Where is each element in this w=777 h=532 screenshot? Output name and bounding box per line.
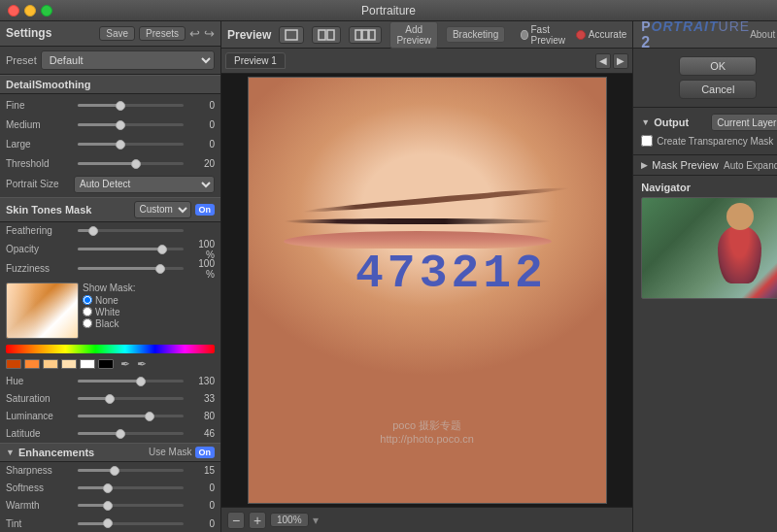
svg-rect-3: [355, 30, 361, 40]
tint-track[interactable]: [78, 522, 184, 525]
create-transparency-row: Create Transparency Mask: [641, 135, 777, 147]
latitude-slider-row: Latitude 46: [0, 425, 220, 443]
fast-preview-radio[interactable]: Fast Preview: [521, 24, 568, 46]
large-track[interactable]: [78, 143, 184, 146]
opacity-slider-row: Opacity 100 %: [0, 240, 220, 259]
navigator-label: Navigator: [641, 182, 777, 193]
mask-preview-triangle[interactable]: ▶: [641, 160, 648, 170]
threshold-track[interactable]: [78, 162, 184, 165]
svg-rect-5: [369, 30, 375, 40]
sharpness-slider-row: Sharpness 15: [0, 462, 220, 480]
warmth-track[interactable]: [78, 504, 184, 507]
portrait-size-label: Portrait Size: [6, 179, 74, 189]
swatch-5[interactable]: [80, 359, 95, 369]
eyedropper-icon[interactable]: ✒: [120, 357, 130, 371]
fine-label: Fine: [6, 100, 74, 111]
undo-icon[interactable]: ↩: [189, 26, 200, 41]
minimize-button[interactable]: [24, 5, 36, 17]
detail-smoothing-section: Fine 0 Medium 0 Large: [0, 94, 220, 197]
enhancements-triangle[interactable]: ▼: [6, 448, 15, 457]
output-label: Output: [654, 116, 707, 128]
portraiture-title: PORTRAITURE 2: [641, 18, 750, 51]
next-btn[interactable]: ▶: [613, 53, 628, 69]
swatch-6[interactable]: [98, 359, 114, 369]
save-button[interactable]: Save: [99, 26, 135, 41]
eyedropper-2-icon[interactable]: ✒: [137, 357, 147, 371]
bracketing-button[interactable]: Bracketing: [446, 26, 505, 43]
warmth-slider-row: Warmth 0: [0, 497, 220, 515]
sharpness-value: 15: [187, 465, 215, 476]
radio-white[interactable]: White: [83, 307, 215, 317]
skin-tones-header: Skin Tones Mask Custom On: [0, 197, 220, 222]
cancel-button[interactable]: Cancel: [679, 80, 757, 99]
maximize-button[interactable]: [41, 5, 52, 17]
saturation-value: 33: [187, 393, 215, 404]
close-button[interactable]: [8, 5, 19, 17]
zoom-in-button[interactable]: +: [249, 512, 266, 529]
softness-track[interactable]: [78, 486, 184, 489]
softness-value: 0: [187, 482, 215, 493]
ok-button[interactable]: OK: [679, 56, 757, 76]
sharpness-track[interactable]: [78, 469, 184, 472]
show-mask-label: Show Mask:: [83, 283, 215, 293]
medium-track[interactable]: [78, 123, 184, 126]
output-layer-select[interactable]: Current Layer: [711, 114, 777, 131]
feathering-track[interactable]: [78, 229, 184, 232]
softness-label: Softness: [6, 482, 74, 493]
radio-black[interactable]: Black: [83, 318, 215, 329]
preset-select[interactable]: Default: [41, 50, 215, 70]
fuzziness-label: Fuzziness: [6, 263, 74, 274]
swatch-4[interactable]: [61, 359, 77, 369]
opacity-label: Opacity: [6, 244, 74, 254]
saturation-track[interactable]: [78, 397, 184, 400]
preset-row: Preset Default: [0, 47, 220, 75]
luminance-track[interactable]: [78, 415, 184, 417]
triple-view-btn[interactable]: [349, 26, 382, 44]
swatch-2[interactable]: [24, 359, 40, 369]
large-value: 0: [187, 139, 215, 150]
create-transparency-checkbox[interactable]: [641, 135, 653, 147]
zoom-dropdown-icon[interactable]: ▾: [313, 514, 319, 527]
feathering-slider-row: Feathering: [0, 222, 220, 240]
single-view-btn[interactable]: [279, 26, 304, 44]
preview-image: 473212 poco 摄影专题 http://photo.poco.cn: [248, 77, 607, 504]
fuzziness-track[interactable]: [78, 267, 184, 270]
output-triangle[interactable]: ▼: [641, 117, 650, 127]
presets-button[interactable]: Presets: [139, 26, 186, 41]
opacity-track[interactable]: [78, 248, 184, 250]
color-gradient[interactable]: [6, 283, 79, 339]
latitude-track[interactable]: [78, 432, 184, 435]
preview-tab-1[interactable]: Preview 1: [225, 52, 286, 69]
zoom-out-button[interactable]: −: [227, 512, 245, 529]
svg-rect-1: [319, 30, 325, 40]
radio-none[interactable]: None: [83, 295, 215, 306]
portrait-size-select[interactable]: Auto Detect: [74, 176, 215, 193]
zoom-value: 100%: [270, 513, 309, 527]
accurate-radio[interactable]: Accurate: [576, 29, 626, 40]
hue-track[interactable]: [78, 380, 184, 382]
fine-track[interactable]: [78, 104, 184, 107]
add-preview-button[interactable]: Add Preview: [389, 21, 438, 49]
skin-tones-mode[interactable]: Custom: [134, 201, 191, 218]
redo-icon[interactable]: ↪: [204, 26, 215, 41]
prev-btn[interactable]: ◀: [595, 53, 611, 69]
medium-label: Medium: [6, 119, 74, 130]
output-header: ▼ Output Current Layer: [641, 114, 777, 131]
swatch-1[interactable]: [6, 359, 21, 369]
enhancements-on-badge: On: [195, 447, 216, 458]
fast-preview-radio-dot: [521, 30, 527, 40]
create-transparency-label: Create Transparency Mask: [657, 136, 773, 147]
svg-rect-0: [286, 30, 297, 40]
preview-bottom: − + 100% ▾: [221, 507, 632, 532]
double-view-btn[interactable]: [312, 26, 341, 44]
preview-panel: Preview Add Preview Bracketing Fast Prev…: [221, 21, 632, 532]
titlebar-buttons: [8, 5, 52, 17]
use-mask-label: Use Mask: [149, 447, 191, 457]
left-panel: Settings Save Presets ↩ ↪ Preset Default…: [0, 21, 221, 532]
fuzziness-slider-row: Fuzziness 100 %: [0, 259, 220, 279]
about-link[interactable]: About: [750, 29, 775, 40]
swatch-3[interactable]: [43, 359, 58, 369]
hue-bar[interactable]: [6, 345, 215, 353]
preview-title-label: Preview: [227, 28, 271, 42]
color-picker-area: Show Mask: None White Black: [0, 279, 220, 343]
